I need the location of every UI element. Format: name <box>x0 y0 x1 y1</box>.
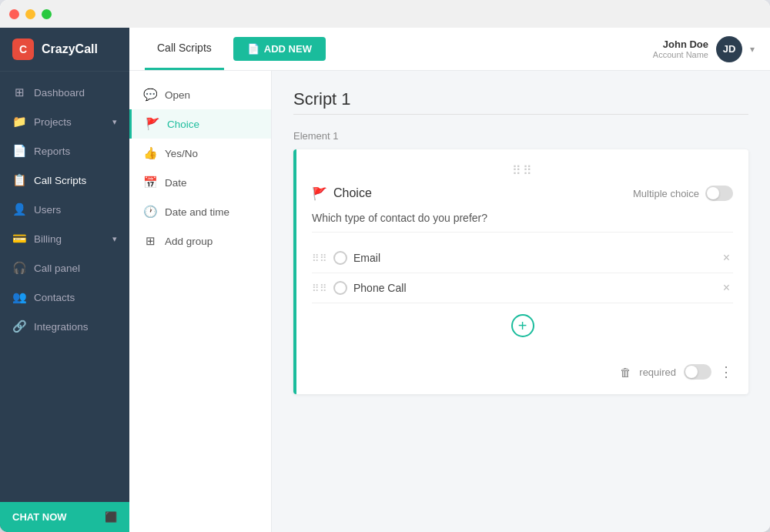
tab-call-scripts[interactable]: Call Scripts <box>145 28 224 70</box>
drag-handle-phone[interactable]: ⠿⠿ <box>312 283 327 294</box>
drag-dots-icon[interactable]: ⠿⠿ <box>512 163 534 178</box>
reports-icon: 📄 <box>12 144 26 158</box>
script-item-open[interactable]: 💬 Open <box>129 80 271 109</box>
user-account: Account Name <box>653 50 708 59</box>
sidebar-item-reports[interactable]: 📄 Reports <box>0 136 129 166</box>
question-text: Which type of contact do you prefer? <box>312 212 733 233</box>
radio-phone[interactable] <box>333 281 347 295</box>
user-menu-chevron-icon[interactable]: ▾ <box>750 44 755 55</box>
remove-email-button[interactable]: × <box>720 249 733 266</box>
script-item-choice-label: Choice <box>167 119 199 130</box>
avatar: JD <box>716 36 742 62</box>
script-editor: Script 1 Element 1 ⠿⠿ 🚩 Choice Multiple … <box>272 71 770 532</box>
close-button[interactable] <box>9 9 19 19</box>
element-type-icon: 🚩 <box>312 186 327 201</box>
add-new-label: ADD NEW <box>264 43 312 55</box>
delete-button[interactable]: 🗑 <box>620 366 631 379</box>
drag-handle-top[interactable]: ⠿⠿ <box>312 163 733 178</box>
element-header: 🚩 Choice Multiple choice <box>312 186 733 201</box>
script-item-date-time-label: Date and time <box>165 206 229 218</box>
dashboard-icon: ⊞ <box>12 85 26 99</box>
add-option-row: + <box>312 303 733 348</box>
element-footer: 🗑 required ⋮ <box>312 356 733 380</box>
app-window: C CrazyCall ⊞ Dashboard 📁 Projects ▾ 📄 R… <box>0 0 770 532</box>
element-card: ⠿⠿ 🚩 Choice Multiple choice Which type o… <box>293 149 748 394</box>
add-icon: 📄 <box>247 43 259 55</box>
required-label: required <box>639 366 676 378</box>
remove-phone-button[interactable]: × <box>720 279 733 296</box>
script-item-yes-no-label: Yes/No <box>165 148 198 159</box>
script-item-add-group[interactable]: ⊞ Add group <box>129 226 271 256</box>
radio-email[interactable] <box>333 251 347 265</box>
chat-now-label: CHAT NOW <box>12 511 67 523</box>
date-time-icon: 🕐 <box>143 205 157 219</box>
sidebar-label-call-panel: Call panel <box>34 263 117 274</box>
billing-chevron-icon: ▾ <box>112 234 117 244</box>
add-group-icon: ⊞ <box>143 234 157 248</box>
sidebar-logo: C CrazyCall <box>0 28 129 72</box>
sidebar-label-reports: Reports <box>34 146 117 157</box>
sidebar-item-contacts[interactable]: 👥 Contacts <box>0 283 129 312</box>
script-item-date-time[interactable]: 🕐 Date and time <box>129 197 271 226</box>
script-item-add-group-label: Add group <box>165 236 213 247</box>
users-icon: 👤 <box>12 202 26 216</box>
minimize-button[interactable] <box>25 9 35 19</box>
projects-icon: 📁 <box>12 115 26 129</box>
sidebar-nav: ⊞ Dashboard 📁 Projects ▾ 📄 Reports 📋 Cal… <box>0 72 129 502</box>
sidebar-item-integrations[interactable]: 🔗 Integrations <box>0 312 129 341</box>
script-title: Script 1 <box>293 89 748 109</box>
required-toggle[interactable] <box>684 364 711 380</box>
sidebar-label-projects: Projects <box>34 116 105 128</box>
choice-phone-label: Phone Call <box>353 282 714 294</box>
yes-no-icon: 👍 <box>143 146 157 160</box>
script-item-date[interactable]: 📅 Date <box>129 168 271 197</box>
sidebar-label-users: Users <box>34 204 117 216</box>
call-scripts-icon: 📋 <box>12 173 26 187</box>
chat-now-button[interactable]: CHAT NOW ⬛ <box>0 502 129 532</box>
sidebar: C CrazyCall ⊞ Dashboard 📁 Projects ▾ 📄 R… <box>0 28 129 532</box>
choice-icon: 🚩 <box>146 117 159 131</box>
drag-handle-email[interactable]: ⠿⠿ <box>312 253 327 264</box>
more-options-button[interactable]: ⋮ <box>719 363 733 380</box>
content-area: 💬 Open 🚩 Choice 👍 Yes/No 📅 Date <box>129 71 770 532</box>
user-name: John Doe <box>653 38 708 50</box>
title-divider <box>293 114 748 115</box>
script-item-yes-no[interactable]: 👍 Yes/No <box>129 139 271 168</box>
sidebar-label-contacts: Contacts <box>34 292 117 303</box>
sidebar-item-call-panel[interactable]: 🎧 Call panel <box>0 253 129 283</box>
multiple-choice-label: Multiple choice <box>633 188 699 199</box>
contacts-icon: 👥 <box>12 290 26 304</box>
add-new-button[interactable]: 📄 ADD NEW <box>233 37 326 61</box>
script-item-choice[interactable]: 🚩 Choice <box>129 109 271 139</box>
maximize-button[interactable] <box>42 9 52 19</box>
script-item-date-label: Date <box>165 177 187 189</box>
user-info: John Doe Account Name JD ▾ <box>653 36 755 62</box>
element-label: Element 1 <box>293 130 748 142</box>
tab-call-scripts-label: Call Scripts <box>157 42 212 54</box>
multiple-choice-toggle[interactable] <box>705 186 733 201</box>
chat-icon: ⬛ <box>105 511 117 523</box>
app-layout: C CrazyCall ⊞ Dashboard 📁 Projects ▾ 📄 R… <box>0 28 770 532</box>
sidebar-item-projects[interactable]: 📁 Projects ▾ <box>0 107 129 136</box>
element-type-name: Choice <box>333 186 633 200</box>
date-icon: 📅 <box>143 176 157 189</box>
logo-icon: C <box>12 38 34 60</box>
sidebar-item-billing[interactable]: 💳 Billing ▾ <box>0 224 129 253</box>
sidebar-item-dashboard[interactable]: ⊞ Dashboard <box>0 78 129 107</box>
sidebar-item-call-scripts[interactable]: 📋 Call Scripts <box>0 166 129 195</box>
sidebar-label-billing: Billing <box>34 233 105 245</box>
integrations-icon: 🔗 <box>12 320 26 333</box>
call-panel-icon: 🎧 <box>12 261 26 275</box>
add-option-button[interactable]: + <box>511 314 534 337</box>
open-icon: 💬 <box>143 88 157 102</box>
choice-row-phone: ⠿⠿ Phone Call × <box>312 273 733 303</box>
script-sidebar: 💬 Open 🚩 Choice 👍 Yes/No 📅 Date <box>129 71 272 532</box>
choice-email-label: Email <box>353 252 714 264</box>
sidebar-item-users[interactable]: 👤 Users <box>0 195 129 224</box>
main-area: Call Scripts 📄 ADD NEW John Doe Account … <box>129 28 770 532</box>
top-header: Call Scripts 📄 ADD NEW John Doe Account … <box>129 28 770 71</box>
choice-row-email: ⠿⠿ Email × <box>312 243 733 273</box>
script-item-open-label: Open <box>165 89 190 101</box>
titlebar <box>0 0 770 28</box>
billing-icon: 💳 <box>12 232 26 246</box>
